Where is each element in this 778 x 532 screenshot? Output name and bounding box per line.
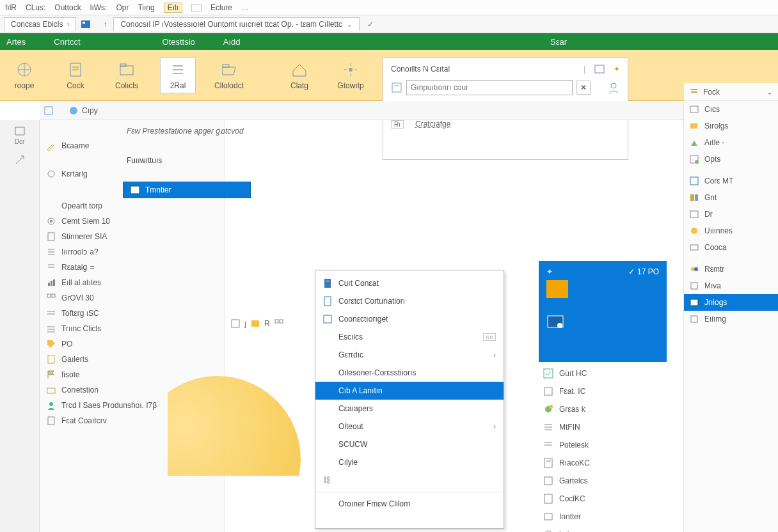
menu-item[interactable]: Outtock [54, 3, 81, 12]
menu-item[interactable]: Coonεctıorıget [315, 310, 504, 328]
list-item[interactable]: Inntter [539, 508, 667, 526]
menu-item[interactable]: CLus: [26, 3, 45, 12]
svg-rect-51 [275, 320, 278, 323]
menu-item[interactable]: Oroıner Fmεw Clilom [315, 495, 504, 513]
sidebar-item[interactable]: PO [40, 336, 225, 352]
right-pane: Fock ⌄ Cıcs Sırolgs Aıtle - Opts Corε MT… [683, 83, 778, 532]
menu-item[interactable]: Olteout [315, 418, 504, 435]
ribbon-button[interactable]: Cock [58, 61, 93, 90]
menu-item[interactable]: ⛓ [315, 471, 504, 489]
list-item[interactable]: lıaiss [539, 526, 667, 532]
pane-item[interactable]: Aıtle - [684, 134, 778, 151]
sidebar-item[interactable]: Stinnerer SIA [40, 229, 225, 244]
ribbon-button[interactable]: Clatg [282, 61, 317, 90]
menu-item[interactable]: Gεπdıc [315, 346, 504, 364]
left-gutter: Dcr [0, 120, 40, 532]
sidebar-item[interactable]: Toftεrg ıSC [40, 306, 225, 321]
pane-item[interactable]: Corε MT [684, 173, 778, 189]
menu-item[interactable]: lıWs: [90, 3, 107, 12]
menu-item[interactable]: SCUCW [315, 435, 504, 453]
ribbon-tab[interactable]: Sεar [550, 37, 567, 47]
toolbar-button[interactable] [44, 106, 54, 116]
pane-item[interactable]: Cıcs [684, 101, 778, 118]
sidebar-item[interactable]: Gaılerts [40, 352, 225, 367]
window-icon[interactable] [594, 65, 605, 74]
pane-item[interactable]: Rεmtr [684, 261, 778, 278]
pane-item[interactable]: Mıva [684, 278, 778, 294]
ribbon-button[interactable]: Cllolodct [211, 61, 247, 90]
sidebar-item[interactable]: Eıll al atıtes [40, 275, 225, 290]
gutter-item[interactable] [0, 154, 39, 166]
document-tab[interactable]: Conocsıl IP ıVostessıoıel Ountomt ıuıcrı… [113, 17, 360, 31]
sparkle-icon[interactable]: ✦ [614, 65, 620, 74]
list-item[interactable]: CoclKC [539, 490, 667, 508]
menu-item[interactable]: Opr [116, 3, 129, 12]
menu-item[interactable]: Cuıt Conεat [315, 274, 504, 292]
menu-item[interactable]: Cεaıapers [315, 400, 504, 418]
pane-item[interactable]: Sırolgs [684, 118, 778, 134]
menu-item[interactable]: Cılyie [315, 453, 504, 471]
list-item[interactable]: Guıt HC [539, 364, 667, 382]
menu-item[interactable]: Escılcs ππ [315, 328, 504, 346]
ribbon-tab[interactable]: Cnrtcct [54, 37, 80, 47]
ribbon-button[interactable]: roope [6, 61, 42, 90]
menu-item[interactable]: Tiıng [138, 3, 154, 12]
document-tab[interactable]: Concεas Ebicls › [4, 17, 76, 31]
sidebar-item[interactable]: Cemt Siem 10 [40, 214, 225, 229]
pane-item[interactable]: Dr [684, 206, 778, 223]
pane-item-selected[interactable]: Jrıiogs [684, 294, 778, 311]
ribbon-tab[interactable]: Aıdd [223, 37, 241, 47]
sidebar-item[interactable]: Opeartt torp [40, 198, 225, 214]
svg-rect-71 [544, 494, 552, 503]
svg-rect-50 [251, 320, 259, 327]
svg-rect-78 [690, 194, 694, 201]
user-icon[interactable] [607, 81, 620, 94]
menu-item-selected[interactable]: Cıb A Lanıtın [315, 382, 504, 400]
search-input[interactable] [406, 80, 573, 95]
summary-card[interactable]: ✦ 17 PO [539, 261, 667, 362]
sidebar-item[interactable]: Rεataiɡ = [40, 260, 225, 275]
toolbar-icon[interactable] [274, 318, 284, 329]
list-item[interactable]: RıacoKC [539, 454, 667, 472]
list-item[interactable]: Gartelcs [539, 472, 667, 490]
pane-item[interactable]: Eıiımg [684, 311, 778, 327]
pane-item[interactable]: Opts [684, 151, 778, 168]
grid-icon [46, 293, 56, 303]
sidebar-item[interactable]: GrOVI 30 [40, 290, 225, 306]
list-item[interactable]: MtFIN [539, 418, 667, 436]
svg-rect-29 [48, 233, 54, 240]
circle-icon [46, 169, 56, 179]
sidebar-item[interactable]: Bεaame [40, 138, 225, 153]
pane-item[interactable]: Gnt [684, 189, 778, 206]
toolbar-icon[interactable] [230, 318, 241, 329]
pane-item[interactable]: Cooca [684, 239, 778, 256]
ribbon-tab[interactable]: Artes [6, 37, 26, 47]
menu-item[interactable]: Corεtct Corturıatiorı [315, 292, 504, 310]
overflow-dots[interactable]: … [241, 3, 249, 12]
sidebar-item[interactable]: Trıınc Clicls [40, 321, 225, 336]
ribbon-button[interactable]: Gtowıtp [333, 61, 369, 90]
sidebar-item-selected[interactable]: Tmntier [123, 182, 251, 198]
svg-rect-85 [691, 283, 697, 289]
menu-item[interactable]: Eclure [210, 3, 232, 12]
doc-icon [323, 296, 332, 306]
up-arrow-icon[interactable]: ↑ [103, 20, 107, 29]
ribbon-button[interactable]: Colıcls [109, 61, 145, 90]
list-item[interactable]: Grεas k [539, 400, 667, 418]
right-pane-header[interactable]: Fock ⌄ [684, 83, 778, 101]
ribbon-tab[interactable]: Otesttsio [163, 37, 195, 47]
menu-item[interactable]: fılR [5, 3, 17, 12]
pane-item[interactable]: Uıiınnes [684, 223, 778, 239]
sidebar-item[interactable]: Iıırroolɔ a? [40, 244, 225, 260]
toolbar-icon[interactable] [250, 318, 260, 329]
gutter-item[interactable]: Dcr [0, 125, 39, 145]
checkmark-icon[interactable]: ✓ [367, 20, 374, 29]
clear-icon[interactable]: ✕ [576, 81, 591, 95]
copy-button[interactable]: Cıpy [68, 105, 98, 116]
menu-item-selected[interactable]: Eılı [164, 3, 182, 13]
menu-item[interactable]: Oılesoner-Corεsstiiorıs [315, 364, 504, 382]
list-item[interactable]: Fεat. IC [539, 382, 667, 400]
list-item[interactable]: Potelesk [539, 436, 667, 454]
ribbon-button[interactable]: 2Ral [160, 58, 196, 93]
sidebar-item[interactable]: Kεrtarlg [40, 166, 225, 182]
